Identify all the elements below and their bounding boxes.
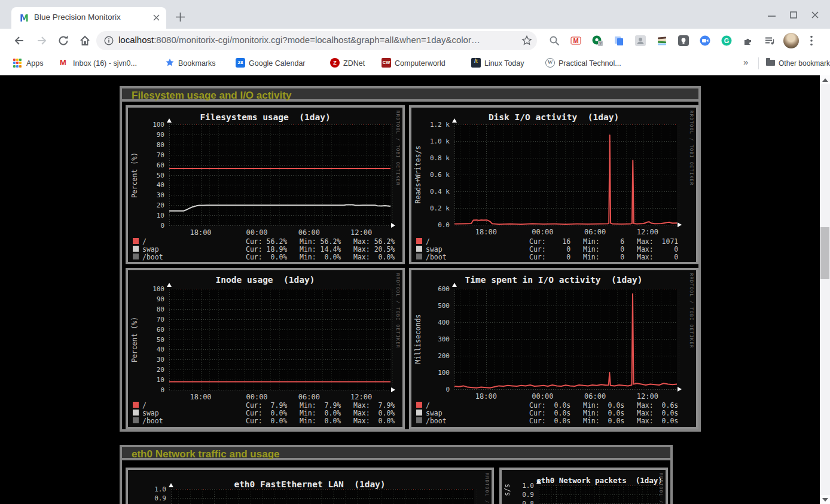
grammarly-extension-icon[interactable]: G (721, 35, 732, 46)
person-extension-icon[interactable] (635, 35, 646, 46)
close-icon[interactable] (811, 11, 819, 19)
xtick: 18:00 (471, 392, 501, 401)
graph-box-eth0-packets: eth0 Network packets (1day)s/s1.00.90.80… (499, 468, 668, 504)
books-extension-icon[interactable] (657, 35, 667, 46)
xtick: 18:00 (186, 228, 216, 237)
svg-text:?: ? (599, 41, 602, 45)
puzzle-extension-icon[interactable] (743, 35, 753, 46)
graph-box-inode-usage: Inode usage (1day)Percent (%)10090807060… (126, 268, 405, 429)
ytick: 0.0 (423, 221, 450, 229)
playlist-extension-icon[interactable] (764, 35, 775, 46)
avatar[interactable] (783, 33, 799, 48)
gmail-extension-icon[interactable]: M (570, 35, 581, 46)
ytick: 0.8 (507, 500, 534, 504)
legend-swatch-/boot (416, 253, 422, 259)
ytick: 30 (138, 191, 164, 199)
rrdtool-watermark: RRDTOOL / TOBI OETIKER (395, 273, 401, 349)
scrollbar[interactable] (820, 75, 830, 504)
rrdtool-watermark: RRDTOOL / TOBI OETIKER (658, 473, 664, 504)
search-extension-icon[interactable] (549, 35, 560, 46)
legend-name: swap (142, 409, 159, 417)
minimize-icon[interactable] (768, 16, 776, 17)
tab-close-icon[interactable] (153, 14, 160, 21)
ytick: 60 (138, 161, 164, 169)
ytick: 500 (423, 302, 450, 310)
forward-icon[interactable] (36, 35, 48, 47)
ytick: 10 (138, 376, 164, 384)
bookmark-calendar[interactable]: Google Calendar (249, 59, 306, 68)
legend-values: Cur: 0 Min: 0 Max: 0 (529, 245, 678, 253)
ytick: 0.8 k (423, 154, 450, 162)
cw-icon: CW (382, 58, 391, 68)
legend-swatch-/boot (133, 253, 139, 259)
legend-values: Cur: 56.2% Min: 56.2% Max: 56.2% (246, 237, 395, 246)
xtick: 00:00 (527, 392, 557, 401)
legend-swatch-/ (416, 238, 422, 244)
ytick: 100 (138, 285, 164, 293)
legend-values: Cur: 18.9% Min: 14.4% Max: 20.5% (246, 245, 395, 253)
scrollbar-thumb[interactable] (820, 227, 829, 279)
lamp-extension-icon[interactable] (678, 35, 689, 46)
other-bookmarks-button[interactable]: Other bookmarks (779, 59, 830, 68)
home-icon[interactable] (79, 35, 91, 47)
meet-camera-extension-icon[interactable] (700, 35, 710, 46)
xtick: 06:00 (294, 393, 324, 401)
legend-swatch-swap (416, 410, 422, 416)
legend-name: /boot (142, 417, 163, 425)
ytick: 0.4 k (423, 188, 450, 196)
tab-blue-precision-monitorix[interactable]: M Blue Precision Monitorix (11, 7, 166, 29)
url-text[interactable]: localhost:8080/monitorix-cgi/monitorix.c… (118, 35, 480, 45)
legend-swatch-swap (416, 246, 422, 252)
ytick: 300 (423, 335, 450, 343)
bookmarks-overflow-icon[interactable]: » (743, 57, 748, 67)
bookmark-wordpress[interactable]: Practical Technol... (559, 59, 621, 68)
bookmark-blue-star[interactable]: Bookmarks (178, 59, 216, 68)
legend-swatch-/ (133, 402, 139, 408)
legend-name: swap (142, 245, 159, 253)
graph-box-disk-io: Disk I/O activity (1day)Reads+Writes/s1.… (409, 105, 698, 264)
scroll-down-button[interactable] (820, 495, 830, 504)
legend-name: / (426, 401, 430, 410)
bookmark-zdnet[interactable]: ZDNet (343, 59, 365, 68)
bookmark-gmail-m[interactable]: Inbox (16) - sjvn0... (73, 59, 137, 68)
info-icon[interactable] (104, 36, 114, 45)
legend-values: Cur: 0 Min: 0 Max: 0 (529, 253, 678, 261)
xtick: 00:00 (527, 228, 557, 236)
calendar-icon: 28 (236, 58, 245, 68)
maximize-icon[interactable] (790, 11, 797, 19)
ytick: 1.0 (139, 485, 166, 493)
ytick: 60 (138, 326, 164, 334)
legend-values: Cur: 0.0s Min: 0.0s Max: 0.0s (529, 417, 678, 425)
reload-icon[interactable] (57, 35, 69, 47)
svg-text:M: M (573, 37, 578, 44)
section-title: Filesystem usage and I/O activity (122, 88, 698, 102)
bookmark-apps-grid[interactable]: Apps (26, 59, 44, 68)
legend-swatch-/boot (416, 417, 422, 423)
copy-pages-extension-icon[interactable] (614, 35, 624, 46)
folder-icon (766, 60, 775, 66)
hangouts-extension-icon[interactable]: ? (592, 35, 603, 46)
ytick: 1.0 (507, 482, 534, 490)
graph-box-fs-usage: Filesystems usage (1day)Percent (%)10090… (126, 105, 405, 264)
xtick: 00:00 (242, 393, 272, 401)
scroll-up-button[interactable] (820, 75, 830, 84)
bookmarks-bar: AppsMInbox (16) - sjvn0...Bookmarks28Goo… (0, 53, 830, 75)
graph-title-eth0-lan: eth0 FastEthernet LAN (1day) (208, 479, 411, 489)
menu-icon[interactable] (810, 35, 813, 46)
new-tab-button[interactable] (176, 13, 185, 22)
browser-toolbar: localhost:8080/monitorix-cgi/monitorix.c… (0, 29, 830, 53)
bookmark-cw[interactable]: Computerworld (395, 59, 445, 68)
ytick: 80 (138, 306, 164, 313)
star-icon[interactable] (521, 35, 532, 46)
ytick: 20 (138, 201, 164, 209)
legend-swatch-swap (133, 410, 139, 416)
ytick: 0.9 (139, 494, 166, 502)
xtick: 18:00 (186, 393, 216, 401)
back-icon[interactable] (13, 35, 25, 47)
legend-values: Cur: 7.9% Min: 7.9% Max: 7.9% (246, 401, 395, 410)
apps-grid-icon (13, 58, 23, 68)
rrdtool-watermark: RRDTOOL / TOBI OETIKER (395, 111, 401, 186)
ytick: 400 (423, 319, 450, 326)
bookmark-linux-today[interactable]: Linux Today (484, 59, 524, 68)
ytick: 40 (138, 181, 164, 189)
